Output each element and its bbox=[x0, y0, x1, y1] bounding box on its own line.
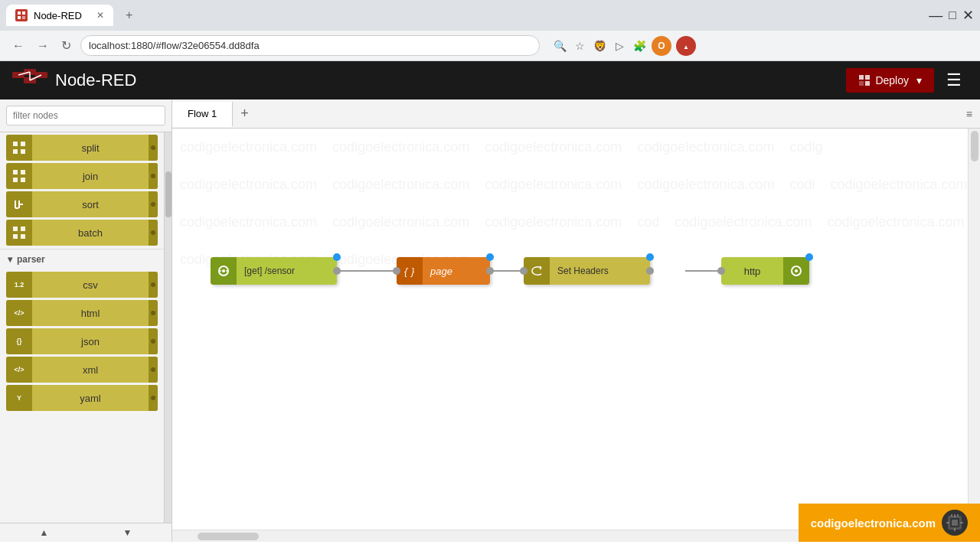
deploy-dropdown-arrow: ▾ bbox=[916, 74, 922, 86]
app-header: Node-RED Deploy ▾ ☰ bbox=[0, 61, 980, 99]
node-item-batch[interactable]: batch bbox=[6, 220, 158, 246]
user-avatar2[interactable]: ▲ bbox=[676, 36, 696, 56]
canvas-vertical-scrollbar[interactable] bbox=[968, 129, 980, 530]
svg-rect-19 bbox=[13, 149, 18, 154]
address-input[interactable] bbox=[80, 35, 540, 56]
scroll-up-button[interactable]: ▲ bbox=[34, 526, 55, 540]
main-area: Flow 1 + ≡ codigoelectronica.com codigoe… bbox=[172, 99, 980, 542]
brand-chip-icon bbox=[942, 510, 968, 536]
node-item-join[interactable]: join bbox=[6, 163, 158, 189]
restore-button[interactable]: □ bbox=[949, 8, 956, 22]
tab-title: Node-RED bbox=[34, 10, 82, 21]
node-red-app: Node-RED Deploy ▾ ☰ bbox=[0, 61, 980, 542]
brand-text: codigoelectronica.com bbox=[811, 517, 936, 530]
extensions-icon[interactable]: 🧩 bbox=[632, 38, 647, 54]
active-tab[interactable]: Node-RED ✕ bbox=[6, 5, 113, 26]
sidebar-scrollbar[interactable] bbox=[164, 132, 172, 523]
html-port bbox=[149, 300, 158, 326]
browser-chrome: Node-RED ✕ + — □ ✕ ← → ↻ 🔍 ☆ 🦁 ▷ 🧩 O ▲ bbox=[0, 0, 980, 61]
svg-rect-16 bbox=[865, 81, 870, 86]
zoom-icon[interactable]: 🔍 bbox=[552, 38, 567, 54]
http-res-dot bbox=[805, 253, 813, 261]
http-res-icon bbox=[783, 257, 809, 285]
deploy-button[interactable]: Deploy ▾ bbox=[846, 68, 934, 93]
refresh-button[interactable]: ↻ bbox=[58, 37, 74, 54]
http-res-left-port bbox=[717, 267, 725, 275]
svg-text:}: } bbox=[410, 266, 415, 277]
yaml-icon: Y bbox=[6, 385, 32, 411]
list-tabs-button[interactable]: ≡ bbox=[959, 103, 980, 125]
filter-nodes-input[interactable] bbox=[6, 106, 165, 126]
change-icon bbox=[524, 257, 550, 285]
canvas[interactable]: codigoelectronica.com codigoelectronica.… bbox=[172, 129, 980, 542]
new-tab-button[interactable]: + bbox=[119, 5, 139, 25]
node-item-html[interactable]: </> html bbox=[6, 300, 158, 326]
category-parser[interactable]: ▾ parser bbox=[0, 249, 164, 269]
http-in-icon bbox=[211, 257, 237, 285]
node-item-xml[interactable]: </> xml bbox=[6, 357, 158, 383]
svg-point-45 bbox=[795, 269, 798, 272]
header-right: Deploy ▾ ☰ bbox=[846, 67, 968, 93]
svg-rect-31 bbox=[13, 234, 18, 239]
logo-icon bbox=[12, 69, 47, 92]
svg-rect-14 bbox=[865, 75, 870, 80]
batch-icon bbox=[6, 220, 32, 246]
back-button[interactable]: ← bbox=[9, 37, 28, 54]
http-in-dot bbox=[333, 253, 341, 261]
connections-svg bbox=[172, 129, 980, 542]
node-http-res[interactable]: http bbox=[721, 257, 809, 285]
svg-rect-32 bbox=[21, 234, 25, 239]
hamburger-menu[interactable]: ☰ bbox=[940, 67, 968, 93]
minimize-button[interactable]: — bbox=[929, 8, 942, 22]
join-port bbox=[149, 163, 158, 189]
nodes-list: split join bbox=[0, 132, 172, 523]
node-item-sort[interactable]: sort bbox=[6, 191, 158, 217]
split-port bbox=[149, 135, 158, 161]
watermark: codigoelectronica.com codigoelectronica.… bbox=[172, 129, 980, 542]
filter-nodes-area bbox=[0, 99, 172, 132]
svg-rect-3 bbox=[22, 16, 25, 19]
svg-line-43 bbox=[540, 268, 541, 269]
node-item-yaml[interactable]: Y yaml bbox=[6, 385, 158, 411]
html-icon: </> bbox=[6, 300, 32, 326]
json-port bbox=[149, 328, 158, 354]
tabs-bar: Flow 1 + ≡ bbox=[172, 99, 980, 129]
node-change[interactable]: Set Headers bbox=[524, 257, 650, 285]
brave-icon[interactable]: 🦁 bbox=[592, 38, 607, 54]
horizontal-scrollbar-thumb bbox=[198, 533, 259, 540]
change-left-port bbox=[520, 267, 528, 275]
node-item-csv[interactable]: 1.2 csv bbox=[6, 272, 158, 298]
logo: Node-RED bbox=[12, 69, 136, 92]
svg-text:▲: ▲ bbox=[683, 44, 689, 51]
bookmark-icon[interactable]: ☆ bbox=[572, 38, 587, 54]
split-icon bbox=[6, 135, 32, 161]
flow-tab-1[interactable]: Flow 1 bbox=[172, 102, 233, 127]
close-button[interactable]: ✕ bbox=[962, 8, 974, 22]
node-item-json[interactable]: {} json bbox=[6, 328, 158, 354]
address-bar: ← → ↻ 🔍 ☆ 🦁 ▷ 🧩 O ▲ bbox=[0, 31, 980, 60]
xml-label: xml bbox=[32, 364, 149, 376]
app-body: split join bbox=[0, 99, 980, 542]
parser-arrow: ▾ bbox=[8, 254, 12, 265]
http-res-label: http bbox=[721, 266, 783, 277]
title-bar: Node-RED ✕ + — □ ✕ bbox=[0, 0, 980, 31]
svg-rect-0 bbox=[18, 11, 21, 15]
forward-button[interactable]: → bbox=[34, 37, 52, 54]
xml-port bbox=[149, 357, 158, 383]
user-avatar[interactable]: O bbox=[652, 36, 671, 56]
join-icon bbox=[6, 163, 32, 189]
http-in-right-port bbox=[333, 267, 341, 275]
node-http-in[interactable]: [get] /sensor bbox=[211, 257, 337, 285]
tab-close-btn[interactable]: ✕ bbox=[96, 10, 104, 21]
change-right-port bbox=[646, 267, 654, 275]
svg-rect-18 bbox=[21, 142, 25, 146]
add-tab-button[interactable]: + bbox=[233, 101, 256, 126]
rewards-icon[interactable]: ▷ bbox=[612, 38, 627, 54]
sidebar-scrollbar-thumb bbox=[165, 171, 172, 217]
scroll-down-button[interactable]: ▼ bbox=[117, 526, 139, 540]
node-template[interactable]: {} page bbox=[397, 257, 490, 285]
template-icon: {} bbox=[397, 257, 423, 285]
node-item-split[interactable]: split bbox=[6, 135, 158, 161]
nodes-scroll-area[interactable]: split join bbox=[0, 132, 164, 523]
app-title: Node-RED bbox=[55, 70, 136, 90]
